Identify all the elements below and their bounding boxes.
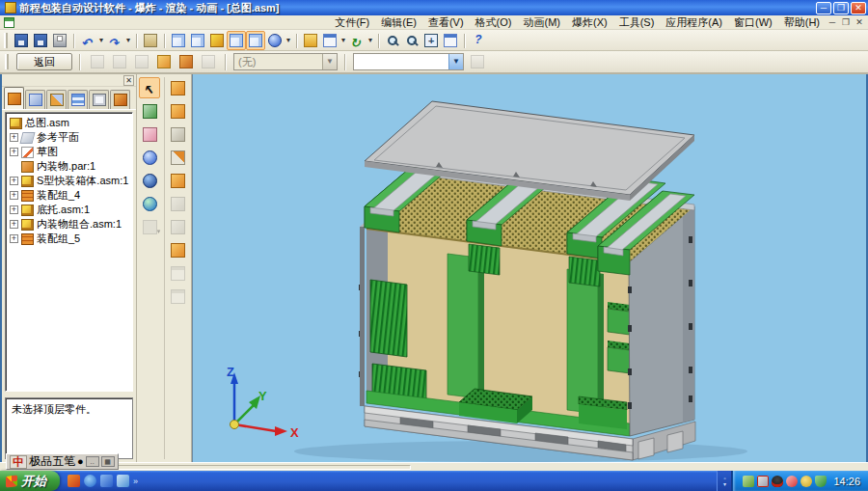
- toolbar-button[interactable]: [402, 31, 421, 50]
- child-close-button[interactable]: ✕: [853, 16, 866, 28]
- tool-button[interactable]: [168, 262, 189, 284]
- toolbar-button[interactable]: [320, 31, 347, 50]
- network-error-icon[interactable]: [757, 476, 769, 487]
- sensors-tab[interactable]: [89, 90, 109, 109]
- tree-item[interactable]: + 总图.asm: [10, 116, 132, 130]
- taskbar-toolbar-collapsed[interactable]: ▫ ▾: [717, 471, 732, 491]
- tree-item[interactable]: + 参考平面: [10, 130, 132, 145]
- tool-button[interactable]: [168, 100, 189, 122]
- toolbar-button[interactable]: [207, 31, 227, 50]
- explode-tool-button[interactable]: [110, 52, 129, 71]
- toolbar-button[interactable]: [246, 31, 265, 50]
- toolbar-grip[interactable]: [4, 33, 8, 48]
- view-name-combo[interactable]: ▼: [353, 53, 464, 70]
- expand-toggle[interactable]: +: [10, 133, 18, 142]
- tool-button[interactable]: [168, 77, 189, 98]
- tool-button[interactable]: [168, 286, 189, 307]
- mdi-child-icon[interactable]: [4, 17, 14, 28]
- shield-icon[interactable]: [815, 476, 827, 487]
- layers-tab[interactable]: [68, 90, 88, 109]
- toolbar-button[interactable]: [383, 31, 402, 50]
- tree-item[interactable]: + 草图: [10, 145, 132, 159]
- ime-toolbar[interactable]: 中 极品五笔 ● ‥ ▦: [6, 453, 119, 470]
- assembly-pathfinder-tab[interactable]: [4, 87, 24, 109]
- minimize-button[interactable]: ─: [816, 2, 831, 14]
- edgebar-close-button[interactable]: ✕: [123, 75, 134, 86]
- menu-item[interactable]: 动画(M): [517, 14, 566, 31]
- toolbar-button[interactable]: [469, 31, 488, 50]
- alternate-assemblies-tab[interactable]: [25, 90, 45, 109]
- tool-button[interactable]: [168, 193, 189, 214]
- close-button[interactable]: ✕: [851, 2, 866, 14]
- start-button[interactable]: 开始: [0, 471, 60, 491]
- back-button[interactable]: 返回: [16, 53, 72, 70]
- combo-caret-icon[interactable]: ▼: [448, 54, 463, 69]
- toolbar-button[interactable]: [188, 31, 207, 50]
- toolbar-button[interactable]: [78, 31, 105, 50]
- explode-tool-button[interactable]: [199, 52, 218, 71]
- tool-button[interactable]: [168, 170, 189, 191]
- toolbar-button[interactable]: [227, 31, 246, 50]
- tool-button[interactable]: [168, 147, 189, 168]
- expand-toggle[interactable]: +: [10, 205, 18, 214]
- toolbar-button[interactable]: [12, 31, 31, 50]
- explode-tool-button[interactable]: [132, 52, 151, 71]
- media-player-icon[interactable]: [68, 475, 80, 487]
- toolbar-button[interactable]: [169, 31, 188, 50]
- tree-item[interactable]: + 底托.asm:1: [10, 203, 132, 217]
- tool-button[interactable]: [139, 170, 160, 191]
- 3d-viewport[interactable]: Z Y X: [192, 74, 866, 462]
- tree-item[interactable]: + 装配组_5: [10, 232, 132, 246]
- tool-button[interactable]: [168, 239, 189, 260]
- messenger-icon[interactable]: [100, 475, 113, 487]
- family-of-parts-tab[interactable]: [46, 90, 67, 109]
- menu-item[interactable]: 工具(S): [613, 14, 661, 31]
- internet-explorer-icon[interactable]: [84, 475, 96, 487]
- ime-name[interactable]: 极品五笔: [29, 453, 75, 470]
- tool-button[interactable]: [139, 147, 160, 168]
- tool-button[interactable]: [139, 193, 160, 214]
- menu-item[interactable]: 应用程序(A): [660, 14, 728, 31]
- child-minimize-button[interactable]: ─: [826, 16, 839, 28]
- expand-toggle[interactable]: +: [10, 148, 18, 156]
- dropdown-caret-icon[interactable]: ▼: [322, 54, 337, 69]
- menu-item[interactable]: 格式(O): [470, 14, 518, 31]
- tool-button[interactable]: [139, 123, 160, 145]
- qq-icon[interactable]: [772, 476, 783, 487]
- tool-button[interactable]: [139, 100, 160, 122]
- expand-toggle[interactable]: +: [10, 177, 18, 185]
- toolbar-button[interactable]: [441, 31, 460, 50]
- ime-punctuation-icon[interactable]: ‥: [86, 456, 99, 467]
- tree-item[interactable]: + 内装物组合.asm:1: [10, 217, 132, 232]
- explode-tool-button[interactable]: [176, 52, 196, 71]
- ime-keyboard-icon[interactable]: ▦: [101, 456, 115, 467]
- security-alert-icon[interactable]: [786, 476, 798, 487]
- restore-button[interactable]: ❐: [833, 2, 849, 14]
- tree-item[interactable]: + 装配组_4: [10, 188, 132, 203]
- tree-item[interactable]: + S型快装箱体.asm:1: [10, 174, 132, 188]
- child-restore-button[interactable]: ❐: [839, 16, 853, 28]
- menu-item[interactable]: 文件(F): [329, 14, 375, 31]
- animation-editor-tab[interactable]: [110, 90, 130, 109]
- antivirus-icon[interactable]: [800, 476, 812, 487]
- tool-button[interactable]: [139, 77, 160, 98]
- toolbar-button[interactable]: [31, 31, 50, 50]
- toolbar-button[interactable]: [141, 31, 160, 50]
- expand-toggle[interactable]: +: [10, 220, 18, 229]
- menu-item[interactable]: 编辑(E): [375, 14, 422, 31]
- toolbar-button[interactable]: [421, 31, 441, 50]
- menu-item[interactable]: 窗口(W): [728, 14, 778, 31]
- quick-launch-overflow[interactable]: »: [133, 477, 138, 486]
- toolbar-button[interactable]: [105, 31, 132, 50]
- apply-view-button[interactable]: [468, 52, 487, 71]
- explode-tool-button[interactable]: [88, 52, 107, 71]
- tool-button[interactable]: [168, 123, 189, 145]
- menu-item[interactable]: 帮助(H): [778, 14, 826, 31]
- expand-toggle[interactable]: +: [10, 191, 18, 200]
- ime-mode-icon[interactable]: ●: [77, 456, 84, 467]
- tool-button[interactable]: [168, 216, 189, 237]
- toolbar-button[interactable]: [50, 31, 69, 50]
- toolbar-button[interactable]: [265, 31, 292, 50]
- tree-item[interactable]: + 内装物.par:1: [10, 159, 132, 174]
- show-desktop-icon[interactable]: [117, 475, 129, 487]
